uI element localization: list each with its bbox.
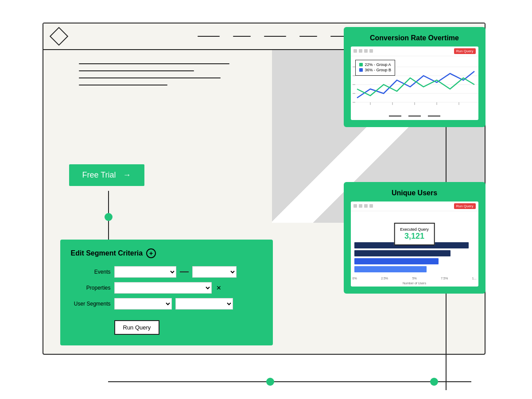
unique-chart-topbar: Run Query xyxy=(351,201,478,211)
connector-bottom-horizontal xyxy=(108,381,471,382)
bar-3 xyxy=(354,258,439,264)
text-line xyxy=(79,77,221,78)
chart-icon xyxy=(369,204,373,208)
unique-run-query-badge[interactable]: Run Query xyxy=(454,203,476,209)
tooltip-label: Executed Query xyxy=(400,227,429,232)
axis-label: 5% xyxy=(412,277,417,280)
text-line xyxy=(79,63,229,64)
chart-icon xyxy=(359,204,362,208)
conversion-chart-inner: Run Query 22% - Group A 36% - Group B xyxy=(351,46,478,120)
user-segments-label: User Segments xyxy=(71,301,111,307)
legend-line-2 xyxy=(408,116,421,116)
bar-row-3 xyxy=(354,258,475,264)
logo-icon xyxy=(49,27,68,45)
properties-select[interactable] xyxy=(114,282,212,294)
unique-users-title: Unique Users xyxy=(351,189,478,197)
user-segments-select-2[interactable] xyxy=(175,298,233,310)
nav-lines xyxy=(198,36,350,37)
conversion-card-title: Conversion Rate Overtime xyxy=(351,34,478,42)
legend-group-b: 36% - Group B xyxy=(359,68,392,72)
text-line xyxy=(79,70,194,71)
legend-line-3 xyxy=(428,116,440,116)
properties-row: Properties ✕ xyxy=(71,282,262,294)
chart-icon xyxy=(364,49,368,53)
legend-dot-a xyxy=(359,63,363,66)
tooltip-value: 3,121 xyxy=(400,232,429,241)
chart-icon xyxy=(369,49,373,53)
chart-legend: 22% - Group A 36% - Group B xyxy=(355,60,396,76)
axis-label: 7.5% xyxy=(441,277,448,280)
run-query-badge[interactable]: Run Query xyxy=(454,48,476,54)
unique-users-chart-inner: Run Query Executed Query 3,121 xyxy=(351,201,478,287)
segment-panel: Edit Segment Criteria + Events Propertie… xyxy=(60,240,273,345)
conversion-rate-card: Conversion Rate Overtime Run Query 22% -… xyxy=(344,27,485,127)
dash-connector xyxy=(180,271,189,272)
events-select-2[interactable] xyxy=(192,266,237,278)
properties-label: Properties xyxy=(71,285,111,291)
nav-line xyxy=(198,36,220,37)
legend-label-a: 22% - Group A xyxy=(365,62,391,67)
dot-connector-bottom-1 xyxy=(266,378,274,386)
chart-icon xyxy=(353,49,357,53)
events-select-1[interactable] xyxy=(114,266,176,278)
chart-x-axis: 0% 2.5% 5% 7.5% 1... xyxy=(351,276,478,282)
arrow-right-icon: → xyxy=(123,170,131,180)
nav-line xyxy=(264,36,286,37)
bar-4 xyxy=(354,266,427,272)
add-segment-button[interactable]: + xyxy=(146,248,156,258)
events-row: Events xyxy=(71,266,262,278)
nav-line xyxy=(299,36,317,37)
nav-line xyxy=(233,36,251,37)
unique-chart-icons xyxy=(353,204,373,208)
bar-2 xyxy=(354,250,451,256)
user-segments-row: User Segments xyxy=(71,298,262,310)
text-line xyxy=(79,85,167,85)
unique-users-card: Unique Users Run Query Executed Query 3,… xyxy=(344,182,485,294)
bar-chart-container: Executed Query 3,121 xyxy=(351,211,478,287)
segment-title: Edit Segment Criteria + xyxy=(71,248,262,258)
chart-icon xyxy=(353,204,357,208)
run-query-button[interactable]: Run Query xyxy=(114,320,160,335)
legend-line-1 xyxy=(389,116,401,116)
chart-icons xyxy=(353,49,373,53)
free-trial-button[interactable]: Free Trial → xyxy=(69,164,144,186)
user-segments-select-1[interactable] xyxy=(114,298,172,310)
free-trial-label: Free Trial xyxy=(82,170,116,180)
legend-dot-b xyxy=(359,68,363,72)
events-label: Events xyxy=(71,269,111,275)
bar-row-4 xyxy=(354,266,475,272)
axis-label: 2.5% xyxy=(381,277,388,280)
axis-label: 0% xyxy=(353,277,357,280)
dot-connector-bottom-2 xyxy=(430,378,438,386)
legend-label-b: 36% - Group B xyxy=(365,68,392,72)
dot-connector-1 xyxy=(105,213,113,221)
bar-row-2 xyxy=(354,250,475,256)
executed-query-tooltip: Executed Query 3,121 xyxy=(394,223,435,245)
legend-group-a: 22% - Group A xyxy=(359,62,392,67)
main-scene: Free Trial → Edit Segment Criteria + Eve… xyxy=(34,9,499,390)
chart-icon xyxy=(359,49,362,53)
remove-properties-button[interactable]: ✕ xyxy=(215,283,222,292)
chart-topbar: Run Query xyxy=(351,46,478,56)
chart-icon xyxy=(364,204,368,208)
axis-label: 1... xyxy=(472,277,477,280)
x-axis-label: Number of Users xyxy=(351,282,478,287)
